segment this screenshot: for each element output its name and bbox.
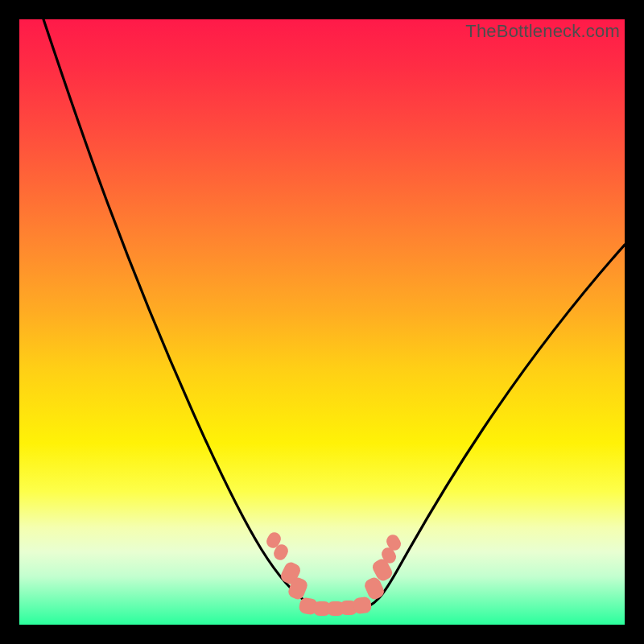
bead-right-2 — [370, 557, 394, 583]
curve-right-arm — [357, 245, 625, 610]
bead-valley-5 — [352, 596, 372, 614]
curve-left-arm — [43, 19, 357, 612]
chart-plot-area: TheBottleneck.com — [19, 19, 625, 625]
bead-left-3 — [279, 560, 302, 586]
watermark-text: TheBottleneck.com — [465, 21, 620, 42]
bead-valley-1 — [299, 597, 319, 617]
bottleneck-curve — [19, 19, 625, 625]
bead-valley-4 — [340, 601, 357, 615]
marker-beads — [19, 19, 625, 625]
bead-left-1 — [264, 530, 283, 550]
bead-left-2 — [271, 542, 291, 562]
bead-right-4 — [384, 533, 403, 553]
bead-right-1 — [362, 576, 386, 601]
bead-right-3 — [379, 545, 398, 565]
bead-left-4 — [287, 576, 309, 601]
bead-valley-3 — [327, 601, 345, 616]
bead-valley-2 — [313, 601, 331, 616]
